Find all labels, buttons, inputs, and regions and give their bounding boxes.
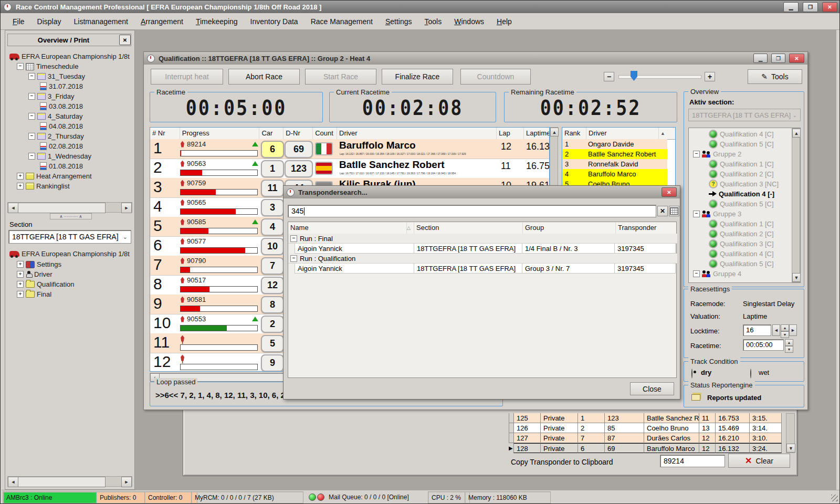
racetime-spinner[interactable]: ▲▼: [785, 339, 793, 353]
racetime-input[interactable]: 00:05:00: [743, 339, 784, 351]
restore-button[interactable]: ❐: [803, 2, 818, 12]
overview-tree-item[interactable]: Qualifikation 1 [C]: [709, 219, 774, 229]
expand-icon[interactable]: +: [17, 261, 24, 268]
zoom-minus-button[interactable]: −: [604, 72, 614, 81]
minimize-button[interactable]: ▁: [753, 54, 768, 63]
collapse-icon[interactable]: −: [693, 270, 700, 277]
splitter-handle[interactable]: ∧ ·········· ∧: [50, 213, 92, 219]
clear-button[interactable]: ✕ Clear: [728, 454, 790, 468]
collapse-icon[interactable]: −: [290, 235, 297, 242]
search-input[interactable]: 345: [288, 205, 656, 217]
clear-search-icon[interactable]: ✕: [657, 206, 668, 216]
collapse-icon[interactable]: −: [693, 151, 700, 158]
menu-listmanagement[interactable]: Listmanagement: [68, 15, 134, 28]
scroll-left-icon[interactable]: ◄: [8, 477, 18, 487]
overview-tree-item[interactable]: Qualifikation 5 [C]: [709, 139, 774, 149]
driver-row[interactable]: 1 89214 6 69 Baruffolo Marco Lap: 16.132…: [150, 139, 550, 159]
abort-race-button[interactable]: Abort Race: [228, 69, 300, 85]
overview-tree-group[interactable]: −Gruppe 2: [693, 149, 741, 159]
tree-item-date[interactable]: 03.08.2018: [40, 101, 83, 111]
finalize-race-button[interactable]: Finalize Race: [382, 69, 453, 85]
left-panel-bottom-hscrollbar[interactable]: ◄ ►: [7, 476, 132, 487]
menu-tools[interactable]: Tools: [419, 15, 448, 28]
collapse-icon[interactable]: −: [17, 63, 24, 70]
overview-tree-item[interactable]: Qualifikation 2 [C]: [709, 169, 774, 179]
scroll-up-icon[interactable]: ▲: [792, 129, 801, 138]
overview-tree-group[interactable]: −Gruppe 4: [693, 269, 741, 279]
rank-row[interactable]: 1Ongaro Davide: [562, 139, 667, 150]
locktime-input[interactable]: 16: [743, 324, 771, 336]
expand-icon[interactable]: +: [17, 173, 24, 180]
locktime-spinner[interactable]: ▲▼: [781, 324, 789, 338]
scroll-right-icon[interactable]: ►: [121, 203, 132, 213]
result-row[interactable]: Aigoin Yannick 18TTGEFRA [18 TT GAS EFRA…: [288, 264, 677, 274]
overview-tree-item[interactable]: Qualifikation 3 [C]: [709, 239, 774, 249]
table-row[interactable]: 127 Private 7 87 Durães Carlos 12 16.210…: [509, 433, 781, 443]
expand-icon[interactable]: +: [17, 271, 24, 278]
collapse-icon[interactable]: −: [28, 153, 35, 160]
result-group-row[interactable]: − Run : Qualification: [288, 254, 677, 264]
close-dialog-button[interactable]: Close: [630, 382, 674, 395]
left-tree-hscrollbar[interactable]: ◄ ►: [7, 202, 132, 213]
tree-item-heat-arrangement[interactable]: +Heat Arrangement: [17, 171, 92, 181]
result-group-row[interactable]: − Run : Final: [288, 234, 677, 244]
tree-item-day[interactable]: −1_Wednesday: [28, 151, 91, 161]
locktime-right-icon[interactable]: ►: [789, 324, 797, 336]
scroll-thumb[interactable]: [18, 203, 106, 213]
overview-tree-item[interactable]: Qualifikation 5 [C]: [709, 259, 774, 269]
scroll-thumb[interactable]: [18, 477, 106, 487]
table-row[interactable]: 126 Private 2 85 Coelho Bruno 13 15.469 …: [509, 423, 781, 433]
overview-tree-item[interactable]: Qualifikation 2 [C]: [709, 229, 774, 239]
results-vscrollbar[interactable]: ▼: [786, 413, 795, 453]
expand-icon[interactable]: +: [17, 281, 24, 288]
section-select[interactable]: 18TTGEFRA [18 TT GAS EFRA] ⌄: [8, 230, 131, 244]
scroll-up-icon[interactable]: ▲: [659, 128, 667, 139]
scroll-down-icon[interactable]: ▼: [786, 444, 795, 453]
overview-tree-vscrollbar[interactable]: ▲ ▼: [792, 128, 800, 282]
tree-item-day[interactable]: −3_Friday: [28, 91, 75, 101]
collapse-icon[interactable]: −: [28, 133, 35, 140]
collapse-icon[interactable]: −: [290, 255, 297, 262]
menu-timekeeping[interactable]: Timekeeping: [190, 15, 244, 28]
close-button[interactable]: ✕: [789, 54, 804, 63]
driver-row[interactable]: 2 90563 1 123 Batlle Sanchez Robert Lap:…: [150, 159, 550, 178]
scroll-left-icon[interactable]: ◄: [8, 203, 18, 213]
table-row[interactable]: 125 Private 1 123 Batlle Sanchez Ro 11 1…: [509, 413, 781, 423]
expand-icon[interactable]: +: [17, 291, 24, 298]
transponder-input[interactable]: 89214: [660, 455, 725, 467]
menu-file[interactable]: File: [7, 15, 30, 28]
tree-item-date[interactable]: 01.08.2018: [40, 161, 83, 171]
start-race-button[interactable]: Start Race: [305, 69, 376, 85]
rank-row[interactable]: 3Ronnefalk David: [562, 159, 667, 170]
zoom-slider-thumb[interactable]: [631, 71, 637, 81]
overview-tree-group[interactable]: −Gruppe 3: [693, 209, 741, 219]
restore-button[interactable]: ❐: [771, 54, 785, 63]
collapse-icon[interactable]: −: [28, 73, 35, 80]
menu-arrangement[interactable]: Arrangement: [135, 15, 189, 28]
overview-tree-item[interactable]: Qualifikation 4 [C]: [709, 249, 774, 259]
tree-item-timeschedule[interactable]: −Timeschedule: [17, 61, 78, 71]
close-button[interactable]: ✕: [662, 187, 677, 197]
menu-display[interactable]: Display: [32, 15, 67, 28]
minimize-button[interactable]: ▁: [783, 2, 799, 12]
close-button[interactable]: ✕: [822, 2, 837, 12]
tree-item-qualification[interactable]: +Qualification: [17, 279, 75, 289]
tree-item-day[interactable]: −4_Saturday: [28, 111, 83, 121]
sort-asc-icon[interactable]: △: [407, 222, 414, 234]
tools-button[interactable]: ✎ Tools: [748, 69, 802, 84]
menu-windows[interactable]: Windows: [448, 15, 490, 28]
tree-item-date[interactable]: 04.08.2018: [40, 121, 83, 131]
tree-item-championship[interactable]: EFRA European Championship 1/8t: [9, 249, 130, 259]
overview-tree-item[interactable]: Qualifikation 4 [C]: [709, 129, 774, 139]
tree-item-driver[interactable]: +Driver: [17, 269, 52, 279]
overview-tree-item[interactable]: Qualifikation 5 [C]: [709, 199, 774, 209]
collapse-icon[interactable]: −: [693, 211, 700, 217]
tree-item-day[interactable]: −31_Tuesday: [28, 71, 85, 81]
menu-inventory-data[interactable]: Inventory Data: [245, 15, 304, 28]
tree-item-date[interactable]: 31.07.2018: [40, 81, 83, 91]
countdown-button[interactable]: Countdown: [460, 69, 531, 85]
overview-tree-item-active[interactable]: Qualification 4 [-]: [709, 189, 774, 199]
interrupt-heat-button[interactable]: Interrupt heat: [151, 69, 223, 85]
scroll-up-icon[interactable]: ▲: [550, 128, 559, 136]
scroll-down-icon[interactable]: ▼: [792, 273, 801, 282]
